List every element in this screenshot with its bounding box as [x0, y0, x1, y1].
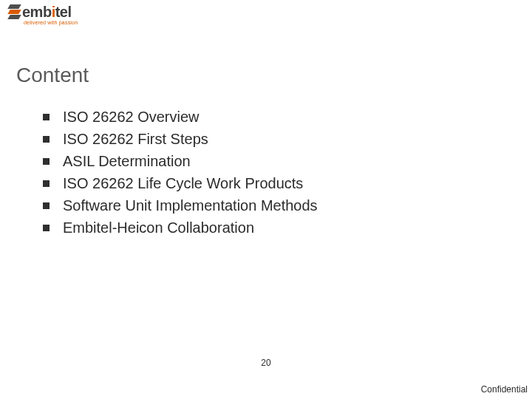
page-number: 20 [0, 358, 532, 368]
list-item-label: ASIL Determination [63, 152, 191, 171]
slide-title: Content [16, 64, 89, 87]
bullet-icon [43, 225, 50, 231]
list-item: ISO 26262 First Steps [43, 130, 318, 149]
logo-tagline: delivered with passion [24, 20, 78, 25]
company-logo: embitel delivered with passion [9, 4, 78, 25]
logo-mark-icon [9, 4, 20, 20]
logo-text: embitel delivered with passion [22, 4, 78, 25]
logo-name-pre: emb [22, 4, 52, 20]
list-item-label: Software Unit Implementation Methods [63, 197, 318, 215]
list-item-label: ISO 26262 Overview [63, 108, 200, 126]
list-item-label: Embitel-Heicon Collaboration [63, 219, 254, 237]
bullet-icon [43, 136, 50, 143]
logo-name-post: tel [55, 4, 72, 20]
bullet-icon [43, 202, 50, 209]
bullet-icon [43, 180, 50, 187]
list-item: ISO 26262 Life Cycle Work Products [43, 174, 318, 193]
list-item: ASIL Determination [43, 152, 318, 171]
list-item: Software Unit Implementation Methods [43, 197, 318, 215]
list-item-label: ISO 26262 Life Cycle Work Products [63, 174, 303, 193]
list-item: ISO 26262 Overview [43, 108, 318, 126]
bullet-icon [43, 158, 50, 165]
list-item: Embitel-Heicon Collaboration [43, 219, 318, 237]
list-item-label: ISO 26262 First Steps [63, 130, 208, 149]
confidential-label: Confidential [481, 384, 528, 395]
bullet-icon [43, 114, 50, 120]
bullet-list: ISO 26262 Overview ISO 26262 First Steps… [43, 108, 318, 241]
